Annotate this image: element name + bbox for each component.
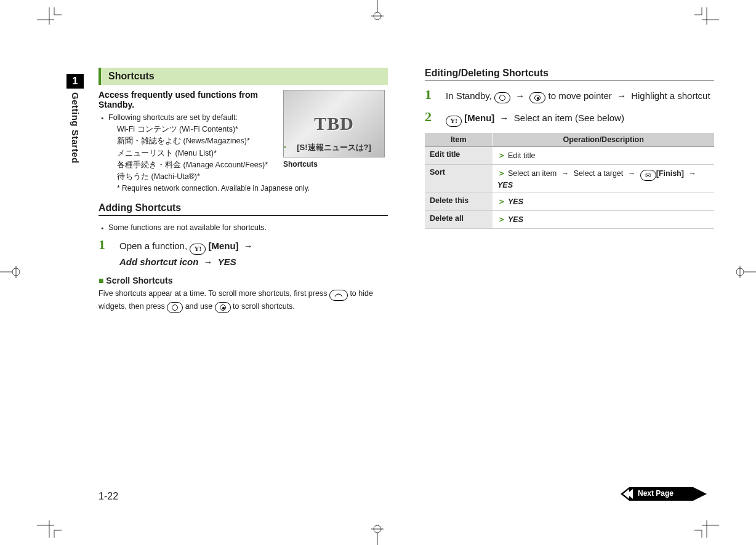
page-number: 1-22 <box>99 491 118 502</box>
default-shortcut-item: メニューリスト (Menu List)* <box>117 148 388 159</box>
add-shortcut-label: Add shortcut icon <box>119 257 198 267</box>
op-text: Select an item <box>508 169 557 178</box>
default-shortcuts-intro: Following shortcuts are set by default: … <box>100 112 388 194</box>
step-number: 2 <box>425 109 437 124</box>
svg-point-8 <box>12 268 20 276</box>
op-text: Edit title <box>508 151 535 160</box>
yes-label: YES <box>508 197 523 206</box>
arrow-icon: → <box>515 89 525 103</box>
side-tab: 1 Getting Started <box>66 74 84 164</box>
table-row: Edit title ＞Edit title <box>425 146 714 164</box>
chevron-icon: ＞ <box>497 214 506 224</box>
chevron-icon: ＞ <box>497 168 506 178</box>
svg-point-5 <box>374 525 381 533</box>
row-op: ＞YES <box>493 211 714 229</box>
row-op: ＞Edit title <box>493 146 714 164</box>
scroll-text-c: and use <box>185 302 215 311</box>
right-column: Editing/Deleting Shortcuts 1 In Standby,… <box>425 68 714 492</box>
arrow-icon: → <box>628 169 636 178</box>
chapter-number: 1 <box>66 74 84 89</box>
row-item: Edit title <box>425 146 493 164</box>
end-key-icon <box>329 290 348 301</box>
left-column: Shortcuts TBD [S!速報ニュースは?] Shortcuts Acc… <box>99 68 388 492</box>
row-op: ＞YES <box>493 193 714 211</box>
nav-down-key-icon <box>167 302 183 313</box>
arrow-icon: → <box>500 111 509 125</box>
table-head-op: Operation/Description <box>493 133 714 147</box>
crop-mark-right <box>731 266 756 278</box>
yahoo-key-icon: Y! <box>190 244 206 255</box>
chapter-name: Getting Started <box>70 92 81 164</box>
default-shortcuts-list: Wi-Fi コンテンツ (Wi-Fi Contents)* 新聞・雑誌をよむ (… <box>108 124 388 183</box>
row-op: ＞Select an item → Select a target → ✉[Fi… <box>493 164 714 193</box>
nav-side-key-icon <box>215 302 231 313</box>
table-row: Sort ＞Select an item → Select a target →… <box>425 164 714 193</box>
step2-text-b: Select an item (See below) <box>514 113 624 123</box>
yes-label: YES <box>218 257 236 267</box>
editing-step-2: 2 Y! [Menu] → Select an item (See below) <box>425 109 714 127</box>
scroll-shortcuts-heading: Scroll Shortcuts <box>99 276 388 285</box>
next-page-label: Next Page <box>638 489 674 498</box>
next-page-badge: Next Page <box>621 487 707 501</box>
operations-table: Item Operation/Description Edit title ＞E… <box>425 133 714 229</box>
default-shortcut-item: 待ちうた (Machi-Uta®)* <box>117 171 388 183</box>
row-item: Delete this <box>425 193 493 211</box>
table-head-item: Item <box>425 133 493 147</box>
crop-corner-bl <box>37 513 62 538</box>
arrow-icon: → <box>617 89 626 103</box>
default-shortcut-item: 各種手続き・料金 (Manage Account/Fees)* <box>117 159 388 171</box>
step1-text-c: Highlight a shortcut <box>631 90 710 101</box>
table-row: Delete this ＞YES <box>425 193 714 211</box>
crop-mark-left <box>0 266 25 278</box>
crop-corner-tl <box>37 7 62 32</box>
bullet-intro: Following shortcuts are set by default: <box>108 113 238 122</box>
chevron-icon: ＞ <box>497 196 506 206</box>
default-shortcut-item: 新聞・雑誌をよむ (News/Magazines)* <box>117 135 388 147</box>
yahoo-key-icon: Y! <box>446 116 462 127</box>
scroll-text-a: Five shortcuts appear at a time. To scro… <box>99 289 329 298</box>
footnote: * Requires network connection. Available… <box>108 183 388 194</box>
step-number: 1 <box>99 237 111 252</box>
step1-part-a: Open a function, <box>119 241 190 251</box>
step1-text-a: In Standby, <box>446 90 494 101</box>
scroll-text-d: to scroll shortcuts. <box>233 302 295 311</box>
crop-corner-br <box>694 513 719 538</box>
finish-label: [Finish] <box>656 169 684 178</box>
editing-heading: Editing/Deleting Shortcuts <box>425 68 714 81</box>
row-item: Delete all <box>425 211 493 229</box>
mail-key-icon: ✉ <box>640 170 656 181</box>
yes-label: YES <box>508 215 523 224</box>
crop-mark-bottom <box>371 520 384 545</box>
nav-multi-key-icon <box>529 92 545 103</box>
svg-point-11 <box>736 268 744 276</box>
row-item: Sort <box>425 164 493 193</box>
step1-text-b: to move pointer <box>548 90 614 101</box>
default-shortcut-item: Wi-Fi コンテンツ (Wi-Fi Contents)* <box>117 124 388 135</box>
editing-step-1: 1 In Standby, → to move pointer → Highli… <box>425 87 714 103</box>
section-title: Shortcuts <box>99 68 388 85</box>
table-row: Delete all ＞YES <box>425 211 714 229</box>
arrow-icon: → <box>561 169 569 178</box>
chevron-icon: ＞ <box>497 150 506 160</box>
arrow-icon: → <box>204 255 213 269</box>
adding-note: Some functions are not available for sho… <box>100 222 388 234</box>
svg-point-2 <box>374 12 381 20</box>
yes-label: YES <box>497 181 513 189</box>
crop-mark-top <box>371 0 384 25</box>
scroll-shortcuts-body: Five shortcuts appear at a time. To scro… <box>99 288 388 313</box>
arrow-icon: → <box>688 169 696 178</box>
menu-label: [Menu] <box>464 113 494 123</box>
crop-corner-tr <box>694 7 719 32</box>
step-number: 1 <box>425 87 437 102</box>
menu-label: [Menu] <box>208 241 238 251</box>
adding-step-1: 1 Open a function, Y! [Menu] → Add short… <box>99 237 388 269</box>
arrow-icon: → <box>244 239 253 253</box>
op-text: Select a target <box>574 169 624 178</box>
adding-shortcuts-heading: Adding Shortcuts <box>99 202 388 216</box>
nav-down-key-icon <box>494 92 510 103</box>
